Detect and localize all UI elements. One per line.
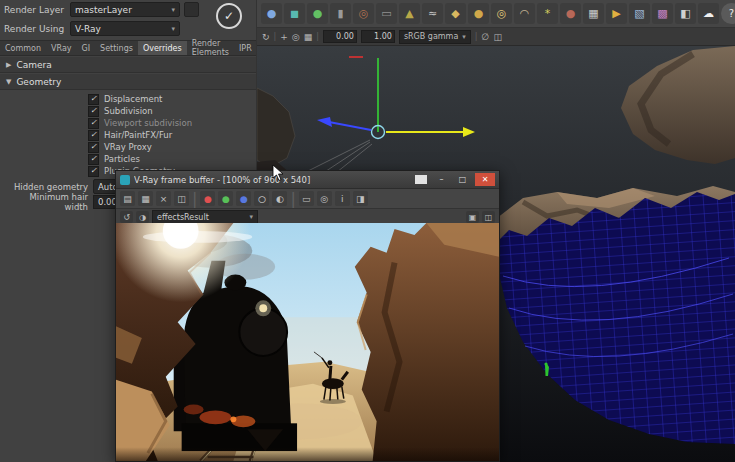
render-scene	[116, 223, 499, 461]
tab-settings[interactable]: Settings	[95, 41, 138, 55]
isolate-select-icon[interactable]: ∅	[482, 32, 490, 42]
geometry-section-label: Geometry	[16, 77, 61, 87]
viewport-grid-icon[interactable]: ▦	[304, 32, 313, 42]
maximize-button[interactable]: □	[454, 173, 471, 186]
hidden-geometry-label: Hidden geometry	[4, 182, 88, 192]
check-icon: ✓	[90, 142, 97, 151]
collapsed-arrow-icon: ▶	[6, 61, 11, 69]
render-layer-dropdown[interactable]: masterLayer ▾	[70, 2, 180, 17]
grid-snap-icon[interactable]: +	[280, 32, 288, 42]
render-layer-label: Render Layer	[4, 5, 66, 15]
track-mouse-icon[interactable]: ◎	[317, 191, 332, 206]
layer-editor-button[interactable]	[184, 2, 199, 17]
camera-section-header[interactable]: ▶ Camera	[0, 57, 256, 73]
tab-ipr[interactable]: IPR	[234, 41, 257, 55]
separator: |	[274, 32, 277, 41]
channel-dropdown[interactable]: effectsResult ▾	[152, 210, 258, 224]
texture-editor-icon[interactable]: ▩	[652, 3, 673, 24]
stereo-icon[interactable]: ◫	[482, 211, 495, 223]
clear-image-icon[interactable]: ×	[156, 191, 171, 206]
target-snap-icon[interactable]: ◎	[292, 32, 300, 42]
dome-tool-icon[interactable]: ◠	[514, 3, 535, 24]
compare-images-icon[interactable]: ◨	[353, 191, 368, 206]
rendered-image[interactable]	[116, 223, 499, 461]
separator: |	[316, 32, 319, 41]
check-icon: ✓	[90, 118, 97, 127]
separator: |	[475, 32, 478, 41]
view-transform-dropdown[interactable]: sRGB gamma ▾	[399, 30, 471, 44]
cube-primitive-icon[interactable]: ◼	[284, 3, 305, 24]
pixel-info-icon[interactable]: i	[335, 191, 350, 206]
checkbox-label: Subdivision	[104, 106, 153, 116]
tab-gi[interactable]: GI	[77, 41, 96, 55]
geometry-checkbox-list: ✓ Displacement ✓ Subdivision ✓ Viewport …	[0, 90, 256, 179]
history-icon[interactable]: ↺	[120, 211, 133, 223]
monochrome-icon[interactable]: ◐	[272, 191, 287, 206]
duplicate-buffer-icon[interactable]: ◫	[174, 191, 189, 206]
wireframe-toggle-icon[interactable]: ◫	[493, 32, 502, 42]
color-corrections-icon[interactable]: ◑	[136, 211, 149, 223]
curve-tool-icon[interactable]: ≈	[422, 3, 443, 24]
checkbox-vray-proxy[interactable]: ✓	[88, 142, 99, 153]
shelf-right-group: ▦ ▶ ▧ ▩ ◧ ☁ ?	[583, 3, 735, 24]
mouse-cursor	[272, 164, 284, 182]
material-sphere-icon[interactable]: ●	[560, 3, 581, 24]
checkbox-viewport-subdivision[interactable]: ✓	[88, 118, 99, 129]
vray-frame-buffer-window: V-Ray frame buffer - [100% of 960 x 540]…	[115, 170, 500, 462]
green-channel-icon[interactable]: ●	[218, 191, 233, 206]
render-settings-icon[interactable]: ▧	[629, 3, 650, 24]
checkbox-particles[interactable]: ✓	[88, 154, 99, 165]
test-resolution-icon[interactable]: ▣	[466, 211, 479, 223]
sphere-gold-icon[interactable]: ●	[468, 3, 489, 24]
minimize-button[interactable]: –	[433, 173, 450, 186]
check-icon: ✓	[90, 130, 97, 139]
refresh-view-icon[interactable]: ↻	[262, 32, 270, 42]
tab-render-elements[interactable]: Render Elements	[187, 41, 234, 55]
checkbox-row-subdivision: ✓ Subdivision	[88, 105, 256, 117]
cloud-icon[interactable]: ☁	[698, 3, 719, 24]
region-render-icon[interactable]: ▭	[299, 191, 314, 206]
plane-primitive-icon[interactable]: ▭	[376, 3, 397, 24]
render-using-dropdown[interactable]: V-Ray ▾	[70, 21, 180, 36]
sphere-primitive-icon[interactable]: ●	[261, 3, 282, 24]
render-view-icon[interactable]: ▦	[583, 3, 604, 24]
checkbox-plugin-geometry[interactable]: ✓	[88, 166, 99, 177]
ring-gold-icon[interactable]: ◎	[491, 3, 512, 24]
geometry-section-header[interactable]: ▼ Geometry	[0, 74, 256, 90]
vray-check-glyph: ✓	[224, 9, 234, 23]
channel-value: effectsResult	[157, 213, 209, 222]
cone-primitive-icon[interactable]: ▲	[399, 3, 420, 24]
checkbox-hair-paintfx-fur[interactable]: ✓	[88, 130, 99, 141]
always-on-top-button[interactable]	[415, 175, 427, 184]
star-tool-icon[interactable]: *	[537, 3, 558, 24]
close-button[interactable]: ✕	[475, 173, 495, 186]
red-channel-icon[interactable]: ●	[200, 191, 215, 206]
light-tool-icon[interactable]: ◆	[445, 3, 466, 24]
cylinder-primitive-icon[interactable]: ▮	[330, 3, 351, 24]
tab-vray[interactable]: VRay	[46, 41, 77, 55]
tab-common[interactable]: Common	[0, 41, 46, 55]
gamma-value-field[interactable]: 1.00	[361, 30, 395, 43]
save-image-icon[interactable]: ▤	[120, 191, 135, 206]
vfb-titlebar[interactable]: V-Ray frame buffer - [100% of 960 x 540]…	[116, 171, 499, 189]
tab-overrides[interactable]: Overrides	[138, 41, 187, 55]
checkbox-row-displacement: ✓ Displacement	[88, 93, 256, 105]
alpha-channel-icon[interactable]: ○	[254, 191, 269, 206]
checkbox-subdivision[interactable]: ✓	[88, 106, 99, 117]
check-icon: ✓	[90, 154, 97, 163]
chevron-down-icon: ▾	[462, 33, 466, 41]
ipr-render-icon[interactable]: ▶	[606, 3, 627, 24]
checkbox-displacement[interactable]: ✓	[88, 94, 99, 105]
torus-primitive-icon[interactable]: ◎	[353, 3, 374, 24]
render-using-label: Render Using	[4, 24, 66, 34]
help-icon[interactable]: ?	[721, 3, 735, 24]
exposure-field[interactable]: 0.00	[323, 30, 357, 43]
checkbox-row-hair-paintfx-fur: ✓ Hair/PaintFX/Fur	[88, 129, 256, 141]
load-image-icon[interactable]: ▦	[138, 191, 153, 206]
sphere-green-icon[interactable]: ●	[307, 3, 328, 24]
check-icon: ✓	[90, 166, 97, 175]
separator: |	[290, 189, 295, 208]
color-swatch-icon[interactable]: ◧	[675, 3, 696, 24]
blue-channel-icon[interactable]: ●	[236, 191, 251, 206]
checkbox-label: Viewport subdivision	[104, 118, 192, 128]
